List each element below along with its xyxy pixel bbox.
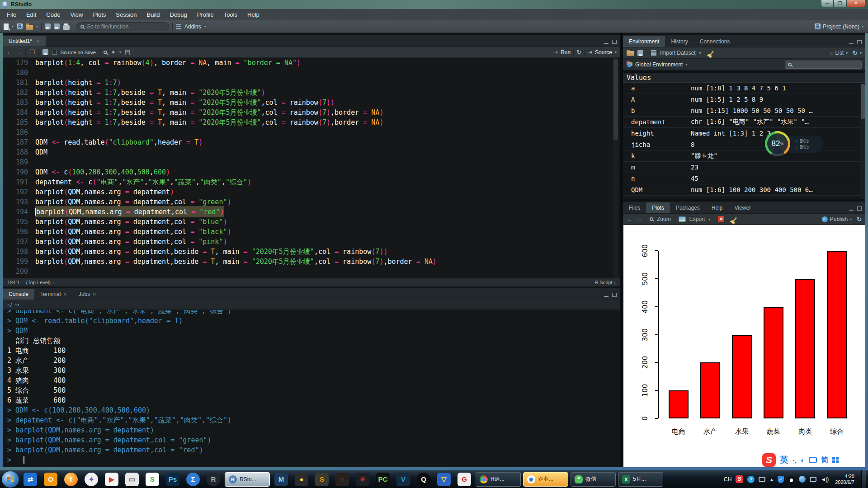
source-file-icon[interactable]: ⇥: [587, 49, 592, 56]
environment-search-input[interactable]: [794, 62, 853, 67]
code-line-190[interactable]: 190QDM <- c(100,200,300,400,500,600): [3, 167, 620, 177]
tab-console[interactable]: Console: [3, 289, 34, 300]
network-tray-icon[interactable]: [810, 477, 816, 482]
menu-build[interactable]: Build: [142, 9, 165, 20]
menu-file[interactable]: File: [2, 9, 21, 20]
media-app-icon[interactable]: ▶: [103, 470, 121, 488]
run-button[interactable]: Run: [561, 49, 571, 56]
sublime-text-icon[interactable]: S: [313, 470, 331, 488]
tab-plots[interactable]: Plots: [646, 202, 670, 213]
save-source-icon[interactable]: [42, 49, 48, 55]
photoshop-icon[interactable]: Ps: [164, 470, 182, 488]
tab-terminal[interactable]: Terminal✕: [34, 289, 73, 300]
environment-scope-selector[interactable]: Global Environment: [635, 61, 683, 68]
code-line-183[interactable]: 183barplot(height = 1:7,beside = T, main…: [3, 98, 620, 108]
sogou-tray-icon[interactable]: S: [736, 475, 743, 483]
minimize-pane-icon[interactable]: [604, 40, 609, 44]
export-plot-icon[interactable]: [679, 216, 686, 222]
vscode-icon[interactable]: V: [394, 470, 412, 488]
maximize-pane-icon[interactable]: [612, 40, 617, 44]
qq-icon[interactable]: Q: [415, 470, 433, 488]
network-speed-indicator[interactable]: ↑0K/s ↓0K/s: [788, 136, 823, 153]
run-icon[interactable]: ➝: [553, 49, 558, 56]
import-dataset-button[interactable]: Import Dataset: [660, 50, 696, 56]
firefox-icon[interactable]: f: [62, 470, 80, 488]
environment-variable-row[interactable]: heightNamed int [1:3] 1 2 3: [623, 128, 865, 139]
publish-icon[interactable]: [822, 216, 828, 222]
zoom-plot-icon[interactable]: [650, 217, 653, 221]
display-tray-icon[interactable]: [759, 477, 765, 482]
refresh-dropdown[interactable]: ▾: [860, 51, 862, 55]
ime-keyboard-icon[interactable]: [809, 457, 817, 463]
menu-help[interactable]: Help: [242, 9, 264, 20]
ime-mode-toggle[interactable]: 英: [780, 454, 788, 466]
environment-search-box[interactable]: [785, 61, 862, 69]
tab-untitled1[interactable]: Untitled1* ✕: [3, 36, 46, 47]
ime-menu-icon[interactable]: [832, 457, 839, 463]
maximize-pane-icon[interactable]: [857, 40, 862, 44]
code-line-198[interactable]: 198barplot(QDM,names.arg = depatment,bes…: [3, 247, 620, 257]
baidu-netdisk-icon[interactable]: ▽: [435, 470, 453, 488]
list-view-icon[interactable]: ≡: [830, 50, 833, 56]
close-terminal-icon[interactable]: ✕: [63, 292, 66, 297]
export-button[interactable]: Export: [689, 216, 705, 222]
environment-variable-row[interactable]: jicha8: [623, 139, 865, 150]
show-hidden-icons-chevron[interactable]: ▲: [769, 477, 774, 482]
clear-all-plots-icon[interactable]: [733, 217, 737, 222]
picasa-icon[interactable]: ✦: [82, 470, 100, 488]
console-output[interactable]: > depatment <- c("电商","水产","水果","蔬菜","肉类…: [3, 310, 620, 467]
code-line-182[interactable]: 182barplot(height = 1:7,beside = T, main…: [3, 88, 620, 98]
refresh-plot-icon[interactable]: ↻: [857, 216, 862, 223]
environment-variable-row[interactable]: k"滕玉龙": [623, 150, 865, 162]
zoom-button[interactable]: Zoom: [657, 216, 671, 222]
tab-environment[interactable]: Environment: [623, 36, 665, 47]
code-line-192[interactable]: 192barplot(QDM,names.arg = depatment): [3, 187, 620, 197]
teamviewer-icon[interactable]: ⇄: [21, 470, 39, 488]
start-button[interactable]: [2, 471, 19, 488]
maximize-pane-icon[interactable]: [612, 293, 617, 297]
menu-profile[interactable]: Profile: [192, 9, 219, 20]
menu-view[interactable]: View: [65, 9, 88, 20]
export-dropdown[interactable]: ▾: [708, 217, 710, 221]
code-line-188[interactable]: 188QDM: [3, 147, 620, 157]
maximize-pane-icon[interactable]: [857, 206, 862, 211]
previous-plot-icon[interactable]: ←: [627, 216, 632, 223]
next-plot-icon[interactable]: →: [636, 216, 642, 223]
goto-file-box[interactable]: [76, 22, 169, 31]
browser-tray-icon[interactable]: [799, 476, 806, 483]
code-line-194[interactable]: 194barplot(QDM,names.arg = depatment,col…: [3, 207, 620, 217]
minimize-pane-icon[interactable]: [604, 293, 609, 297]
minimize-pane-icon[interactable]: [849, 207, 854, 211]
tab-connections[interactable]: Connections: [694, 36, 736, 47]
rerun-icon[interactable]: ↻: [576, 49, 581, 56]
remove-plot-icon[interactable]: ✕: [718, 216, 724, 222]
environment-scrollbar-thumb[interactable]: [861, 84, 865, 119]
save-all-icon[interactable]: [54, 23, 60, 29]
security-shield-tray-icon[interactable]: ✓: [778, 476, 784, 483]
goto-directory-icon[interactable]: ↪: [14, 301, 19, 308]
sigma-stats-icon[interactable]: Σ: [184, 470, 202, 488]
environment-variable-row[interactable]: bnum [1:15] 1000 50 50 50 50 50 …: [623, 105, 865, 117]
code-line-199[interactable]: 199barplot(QDM,names.arg = depatment,bes…: [3, 257, 620, 267]
close-jobs-icon[interactable]: ✕: [92, 292, 96, 297]
source-dropdown[interactable]: ▾: [615, 50, 617, 54]
menu-tools[interactable]: Tools: [219, 9, 242, 20]
source-on-save-checkbox[interactable]: [52, 50, 57, 55]
ime-language-indicator[interactable]: CH: [724, 476, 731, 483]
r-console-icon[interactable]: R: [204, 470, 222, 488]
open-recent-dropdown[interactable]: ▾: [36, 24, 38, 28]
open-file-icon[interactable]: [26, 25, 33, 30]
environment-scope-dropdown[interactable]: ▾: [685, 62, 687, 66]
code-line-184[interactable]: 184barplot(height = 1:7,beside = T, main…: [3, 108, 620, 117]
g-app-icon[interactable]: G: [455, 470, 473, 488]
show-in-new-window-icon[interactable]: ❐: [29, 49, 35, 56]
code-line-189[interactable]: 189: [3, 157, 620, 167]
netlogo-icon[interactable]: ✳: [354, 470, 372, 488]
mysql-workbench-icon[interactable]: M: [272, 470, 290, 488]
help-tray-icon[interactable]: ?: [747, 476, 755, 483]
find-replace-icon[interactable]: [104, 51, 107, 54]
green-s-app-icon[interactable]: S: [143, 470, 161, 488]
tab-files[interactable]: Files: [623, 202, 646, 213]
orange-ring-app-icon[interactable]: ◌: [333, 470, 351, 488]
addins-icon[interactable]: [176, 24, 181, 29]
